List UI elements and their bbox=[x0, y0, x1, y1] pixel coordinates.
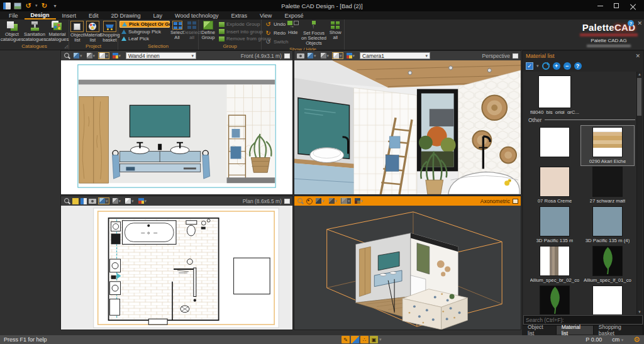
undo-dropdown-icon[interactable]: ▾ bbox=[35, 3, 38, 8]
menu-view[interactable]: View bbox=[253, 11, 278, 19]
menu-wood-technology[interactable]: Wood technology bbox=[169, 11, 225, 19]
undo-icon[interactable] bbox=[25, 3, 32, 9]
split-view-icon[interactable] bbox=[80, 198, 87, 204]
material-item[interactable]: 27 schwarz matt bbox=[581, 165, 634, 205]
render-mode-color[interactable]: ▾ bbox=[111, 52, 123, 59]
minimize-button[interactable] bbox=[592, 0, 608, 11]
render-mode-blue[interactable]: ▾ bbox=[314, 197, 326, 204]
object-list-button[interactable]: Object list bbox=[70, 20, 84, 43]
subgroup-pick-button[interactable]: Subgroup Pick bbox=[119, 28, 170, 35]
layer-list-icon[interactable] bbox=[72, 198, 79, 204]
tool-dropdown-icon[interactable]: ▾ bbox=[379, 337, 382, 342]
camera-icon[interactable] bbox=[297, 52, 304, 59]
select-all-button[interactable]: Select All bbox=[170, 20, 184, 43]
mirror[interactable] bbox=[130, 105, 189, 137]
vanity[interactable] bbox=[119, 152, 200, 172]
redo-icon[interactable] bbox=[41, 3, 48, 9]
sanitation-catalogues-button[interactable]: Sanitation catalogues bbox=[23, 20, 46, 43]
maximize-viewport-icon[interactable] bbox=[284, 53, 290, 58]
filter-checkbox-icon[interactable] bbox=[526, 62, 533, 70]
zoom-icon[interactable] bbox=[64, 197, 70, 204]
unit-select[interactable]: cm ▾ bbox=[612, 336, 623, 343]
material-item[interactable]: Allium_spec_lf_01_co bbox=[581, 245, 634, 284]
save-image-icon[interactable] bbox=[14, 3, 21, 9]
define-group-button[interactable]: Define Group bbox=[200, 20, 216, 43]
maximize-viewport-icon[interactable] bbox=[513, 53, 518, 58]
add-material-icon[interactable] bbox=[553, 62, 560, 70]
settings-gear-icon[interactable] bbox=[633, 336, 640, 343]
zoom-icon[interactable] bbox=[297, 197, 304, 204]
points-tool-icon[interactable]: ∴ bbox=[360, 336, 369, 343]
camera-icon[interactable] bbox=[89, 197, 96, 204]
remove-from-group-button[interactable]: Remove from group bbox=[217, 35, 258, 42]
render-mode-color[interactable]: ▾ bbox=[345, 52, 357, 59]
menu-design[interactable]: Design bbox=[25, 11, 56, 19]
close-button[interactable] bbox=[625, 0, 641, 11]
tab-object-list[interactable]: Object list bbox=[523, 326, 557, 335]
wall-select[interactable]: Wand4 innen▾ bbox=[126, 52, 196, 59]
new-document-icon[interactable] bbox=[3, 3, 11, 9]
material-item[interactable]: 3D Pacific 135 m (4) bbox=[581, 205, 634, 245]
filter-dropdown-icon[interactable]: ▾ bbox=[536, 64, 539, 69]
switch-button[interactable]: Switch bbox=[263, 38, 286, 45]
render-mode-gray[interactable]: ▾ bbox=[328, 197, 339, 204]
material-catalogues-button[interactable]: Material catalogues bbox=[47, 20, 68, 43]
front-view-canvas[interactable] bbox=[61, 60, 292, 194]
render-mode-white[interactable]: ▾ bbox=[98, 52, 109, 59]
window[interactable] bbox=[417, 89, 458, 172]
maximize-viewport-icon[interactable] bbox=[284, 199, 290, 204]
ribbon-help-icon[interactable]: ? bbox=[628, 20, 634, 26]
pick-object-or-group-button[interactable]: Pick Object Or Group bbox=[119, 21, 170, 28]
show-all-button[interactable]: Show all bbox=[328, 20, 343, 46]
zoom-icon[interactable] bbox=[64, 52, 70, 59]
render-mode-blue[interactable]: ▾ bbox=[72, 52, 84, 59]
explode-group-button[interactable]: Explode Group bbox=[217, 21, 258, 28]
plan-basins[interactable] bbox=[110, 259, 121, 315]
axon-window[interactable] bbox=[417, 243, 430, 274]
render-mode-gray[interactable]: ▾ bbox=[111, 197, 123, 204]
render-mode-blue[interactable]: ▾ bbox=[306, 52, 318, 59]
object-catalogues-button[interactable]: Object catalogues bbox=[1, 20, 23, 43]
material-item[interactable]: Allium_spec_lf_02_co bbox=[528, 284, 581, 314]
camera-select[interactable]: Camera1▾ bbox=[360, 52, 430, 59]
axon-plant[interactable] bbox=[450, 294, 455, 299]
perspective-canvas[interactable] bbox=[294, 60, 521, 194]
snap-tool-icon[interactable]: ▣ bbox=[370, 336, 378, 343]
dialog-launcher-icon[interactable]: ◿ bbox=[65, 43, 68, 50]
render-mode-blue[interactable]: ▾ bbox=[98, 197, 109, 204]
ribbon-close-icon[interactable]: ✕ bbox=[637, 20, 642, 26]
search-input[interactable] bbox=[523, 315, 643, 325]
plan-canvas[interactable] bbox=[61, 206, 292, 330]
panel-close-icon[interactable]: ✕ bbox=[635, 53, 640, 59]
menu-edit[interactable]: Edit bbox=[82, 11, 105, 19]
wardrobe[interactable] bbox=[79, 96, 109, 183]
menu-file[interactable]: File bbox=[3, 11, 25, 19]
render-mode-white[interactable]: ▾ bbox=[332, 52, 343, 59]
render-mode-gray[interactable]: ▾ bbox=[319, 52, 331, 59]
hide-button[interactable]: Hide bbox=[286, 20, 300, 46]
help-icon[interactable] bbox=[574, 62, 582, 70]
insert-into-group-button[interactable]: Insert into group bbox=[217, 28, 258, 35]
deselect-all-button[interactable]: Deselect all bbox=[184, 20, 199, 43]
render-mode-white[interactable]: ▾ bbox=[340, 197, 352, 204]
plan-door[interactable] bbox=[148, 319, 167, 325]
pen-tool-icon[interactable]: ✎ bbox=[341, 336, 350, 343]
material-item[interactable]: Allium_spec_br_02_co bbox=[528, 245, 581, 284]
tab-material-list[interactable]: Material list bbox=[557, 326, 594, 335]
maximize-button[interactable] bbox=[608, 0, 625, 11]
color-tool-icon[interactable] bbox=[351, 336, 359, 343]
material-item[interactable] bbox=[528, 126, 581, 165]
undo-button[interactable]: Undo bbox=[263, 21, 286, 28]
material-list-button[interactable]: Material list bbox=[85, 20, 101, 43]
material-item[interactable]: 3D Pacific 135 m bbox=[528, 205, 581, 245]
material-item[interactable]: fl8040_bis_origi_grC... bbox=[528, 74, 581, 114]
quick-access-more-icon[interactable] bbox=[52, 3, 59, 9]
render-mode-color[interactable]: ▾ bbox=[137, 197, 148, 204]
menu-insert[interactable]: Insert bbox=[56, 11, 83, 19]
render-mode-gray[interactable]: ▾ bbox=[86, 52, 97, 59]
adjacent-room[interactable] bbox=[234, 258, 270, 294]
soap-bottle[interactable] bbox=[158, 144, 162, 150]
render-mode-white[interactable]: ▾ bbox=[124, 197, 135, 204]
material-item[interactable]: 07 Rosa Creme bbox=[528, 165, 581, 205]
tab-shopping-basket[interactable]: Shopping basket bbox=[594, 326, 643, 335]
